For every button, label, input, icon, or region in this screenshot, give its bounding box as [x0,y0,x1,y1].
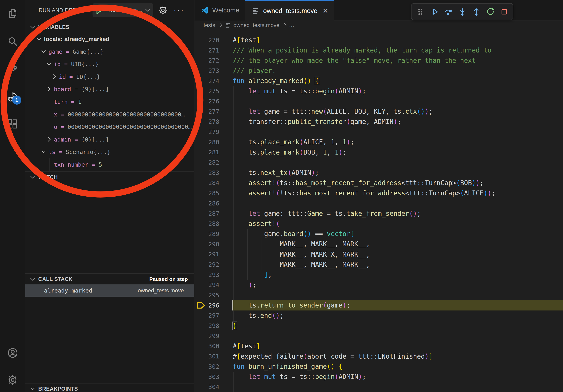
code-line-304[interactable]: 304 [194,382,563,392]
breakpoints-section-header[interactable]: BREAKPOINTS [25,384,194,392]
line-number[interactable]: 270 [207,37,219,44]
variable-row[interactable]: turn = 1 [25,95,194,108]
line-number[interactable]: 284 [207,179,219,186]
line-number[interactable]: 274 [207,77,219,84]
line-number[interactable]: 294 [207,281,219,288]
restart-icon[interactable] [486,7,495,16]
gutter[interactable] [194,35,207,45]
line-number[interactable]: 277 [207,108,219,115]
line-number[interactable]: 271 [207,47,219,54]
line-number[interactable]: 272 [207,57,219,64]
gutter[interactable] [194,270,207,280]
code-line-285[interactable]: 285 assert!(!ts::has_most_recent_for_add… [194,188,563,198]
settings-gear-icon[interactable] [7,374,18,386]
gutter[interactable] [194,311,207,321]
gutter[interactable] [194,86,207,96]
code-line-290[interactable]: 290 MARK__, MARK__, MARK__, [194,239,563,249]
gutter[interactable] [194,198,207,209]
code-line-295[interactable]: 295 [194,290,563,300]
code-line-274[interactable]: 274fun already_marked() { [194,76,563,86]
close-icon[interactable]: × [323,7,328,15]
code-line-283[interactable]: 283 ts.next_tx(ADMIN); [194,168,563,178]
code-line-297[interactable]: 297 ts.end(); [194,311,563,321]
code-line-291[interactable]: 291 MARK__, MARK_X, MARK__, [194,249,563,259]
line-number[interactable]: 275 [207,87,219,94]
code-line-275[interactable]: 275 let mut ts = ts::begin(ADMIN); [194,86,563,96]
call-stack-frame[interactable]: already_marked owned_tests.move [25,284,194,297]
gutter[interactable] [194,188,207,198]
code-line-289[interactable]: 289 game.board() == vector[ [194,229,563,239]
line-number[interactable]: 278 [207,118,219,125]
tab-welcome[interactable]: Welcome [194,0,245,21]
breadcrumb-item[interactable]: owned_tests.move [225,22,279,29]
code-line-270[interactable]: 270#[test] [194,35,563,45]
line-number[interactable]: 293 [207,271,219,278]
gutter[interactable] [194,127,207,137]
gutter[interactable] [194,76,207,86]
code-line-288[interactable]: 288 assert!( [194,219,563,229]
gutter[interactable] [194,341,207,351]
source-control-icon[interactable] [7,63,18,74]
code-line-301[interactable]: 301#[expected_failure(abort_code = ttt::… [194,351,563,361]
code-line-300[interactable]: 300#[test] [194,341,563,351]
code-line-282[interactable]: 282 [194,157,563,168]
code-line-276[interactable]: 276 [194,96,563,106]
gutter[interactable] [194,45,207,55]
gutter[interactable] [194,137,207,147]
line-number[interactable]: 288 [207,220,219,227]
variable-row[interactable]: ts = Scenario{...} [25,146,194,158]
line-number[interactable]: 303 [207,373,219,380]
code-line-302[interactable]: 302fun burn_unfinished_game() { [194,361,563,372]
gutter[interactable] [194,331,207,341]
variable-row[interactable]: o = 00000000000000000000000000000000000… [25,121,194,133]
code-line-280[interactable]: 280 ts.place_mark(ALICE, 1, 1); [194,137,563,147]
gutter[interactable] [194,361,207,372]
gutter[interactable] [194,157,207,168]
code-line-273[interactable]: 273/// player. [194,65,563,76]
line-number[interactable]: 273 [207,67,219,74]
line-number[interactable]: 300 [207,342,219,350]
code-line-287[interactable]: 287 let game: ttt::Game = ts.take_from_s… [194,209,563,219]
line-number[interactable]: 292 [207,261,219,268]
gutter[interactable] [194,372,207,382]
gutter[interactable] [194,249,207,259]
gutter[interactable] [194,290,207,300]
gutter[interactable] [194,96,207,106]
call-stack-section-header[interactable]: CALL STACK Paused on step [25,274,194,284]
gutter[interactable] [194,239,207,249]
code-line-303[interactable]: 303 let mut ts = ts::begin(ADMIN); [194,372,563,382]
gutter[interactable] [194,259,207,270]
gutter[interactable] [194,382,207,392]
gutter[interactable] [194,280,207,290]
code-line-278[interactable]: 278 transfer::public_transfer(game, ADMI… [194,117,563,127]
line-number[interactable]: 286 [207,200,219,207]
line-number[interactable]: 302 [207,363,219,370]
line-number[interactable]: 298 [207,322,219,329]
code-line-293[interactable]: 293 ], [194,270,563,280]
code-line-277[interactable]: 277 let game = ttt::new(ALICE, BOB, KEY,… [194,106,563,117]
continue-icon[interactable] [430,7,439,16]
code-line-294[interactable]: 294 ); [194,280,563,290]
explorer-icon[interactable] [7,8,18,19]
gutter[interactable] [194,351,207,361]
watch-section-header[interactable]: WATCH [25,172,194,182]
variable-row[interactable]: id = ID{...} [25,70,194,83]
search-icon[interactable] [7,36,18,47]
line-number[interactable]: 280 [207,139,219,146]
code-editor[interactable]: 270#[test]271/// When a position is alre… [194,30,563,392]
variable-row[interactable]: admin = (0)[...] [25,133,194,146]
code-line-292[interactable]: 292 MARK__, MARK__, MARK__, [194,259,563,270]
step-into-icon[interactable] [458,7,467,16]
line-number[interactable]: 279 [207,128,219,135]
gutter[interactable] [194,321,207,331]
line-number[interactable]: 283 [207,169,219,176]
code-line-279[interactable]: 279 [194,127,563,137]
line-number[interactable]: 282 [207,159,219,166]
line-number[interactable]: 287 [207,210,219,217]
tab-owned-tests-move[interactable]: owned_tests.move× [245,0,334,21]
gutter[interactable] [194,229,207,239]
variable-row[interactable]: game = Game{...} [25,45,194,58]
line-number[interactable]: 291 [207,251,219,258]
code-line-281[interactable]: 281 ts.place_mark(BOB, 1, 1); [194,147,563,157]
variable-row[interactable]: locals: already_marked [25,33,194,45]
